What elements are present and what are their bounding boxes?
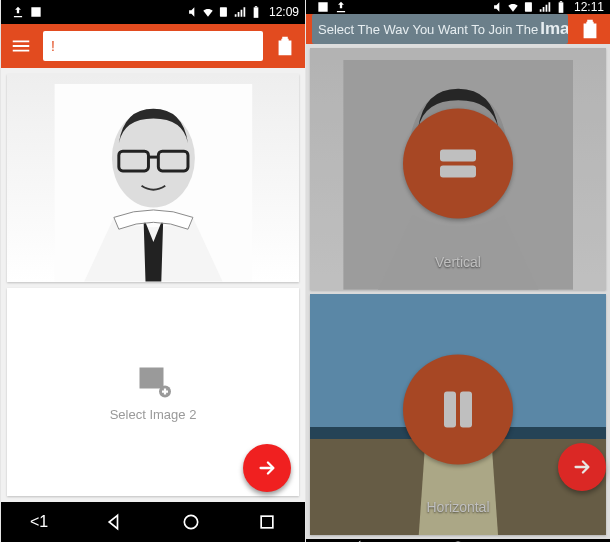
signal-icon [233, 5, 247, 19]
vertical-option-card[interactable]: Vertical [310, 48, 606, 290]
vertical-label: Vertical [435, 254, 481, 270]
tooltip-banner: Select The Wav You Want To Join The Imag… [312, 14, 568, 44]
clipboard-button[interactable] [576, 15, 604, 43]
svg-rect-13 [560, 1, 562, 2]
svg-rect-11 [525, 2, 532, 11]
card-icon [522, 0, 536, 14]
nav-home[interactable] [161, 512, 221, 532]
add-image-icon [135, 363, 171, 399]
image-1-placeholder [7, 74, 299, 282]
content-area: Select Image 2 [1, 68, 305, 502]
svg-rect-19 [444, 391, 456, 427]
svg-rect-17 [440, 165, 476, 177]
rows-icon [430, 135, 486, 191]
banner-emph: Imago [540, 19, 568, 39]
clipboard-button[interactable] [271, 32, 299, 60]
app-bar: Select The Wav You Want To Join The Imag… [306, 14, 610, 44]
mute-icon [490, 0, 504, 14]
nav-back-more[interactable]: <1 [9, 513, 69, 531]
svg-rect-10 [261, 516, 273, 528]
svg-rect-1 [254, 7, 259, 17]
svg-rect-20 [460, 391, 472, 427]
image-icon [316, 0, 330, 14]
status-time: 12:11 [574, 0, 604, 14]
hamburger-icon [10, 35, 32, 57]
arrow-right-icon [571, 456, 593, 478]
upload-icon [334, 0, 348, 14]
horizontal-option-card[interactable]: Horizontal [310, 294, 606, 536]
battery-icon [249, 5, 263, 19]
banner-text: Select The Wav You Want To Join The [318, 22, 538, 37]
mute-icon [185, 5, 199, 19]
svg-rect-16 [440, 149, 476, 161]
search-text: ! [51, 38, 55, 54]
select-image-label: Select Image 2 [110, 407, 197, 422]
app-bar: ! [1, 24, 305, 68]
svg-point-9 [184, 515, 197, 528]
arrow-right-icon [256, 457, 278, 479]
content-area: Vertical Horizontal [306, 44, 610, 539]
status-bar: 12:11 [306, 0, 610, 14]
portrait-illustration [22, 84, 285, 282]
vertical-option-button[interactable] [403, 108, 513, 218]
svg-rect-2 [255, 6, 257, 7]
status-time: 12:09 [269, 5, 299, 19]
image-1-card[interactable] [7, 74, 299, 282]
battery-icon [554, 0, 568, 14]
horizontal-option-button[interactable] [403, 354, 513, 464]
menu-button[interactable] [7, 32, 35, 60]
upload-icon [11, 5, 25, 19]
search-input[interactable]: ! [43, 31, 263, 61]
signal-icon [538, 0, 552, 14]
nav-back[interactable] [85, 512, 145, 532]
image-icon [29, 5, 43, 19]
nav-recent[interactable] [237, 512, 297, 532]
right-screen: 12:11 Select The Wav You Want To Join Th… [305, 0, 610, 542]
nav-bar: <1 [1, 502, 305, 542]
next-fab[interactable] [243, 444, 291, 492]
clipboard-icon [274, 35, 296, 57]
wifi-icon [201, 5, 215, 19]
card-icon [217, 5, 231, 19]
svg-rect-0 [220, 7, 227, 16]
horizontal-label: Horizontal [426, 499, 489, 515]
columns-icon [430, 381, 486, 437]
status-bar: 12:09 [1, 0, 305, 24]
svg-rect-12 [559, 2, 564, 13]
left-screen: 12:09 ! [0, 0, 305, 542]
clipboard-icon [579, 18, 601, 40]
wifi-icon [506, 0, 520, 14]
